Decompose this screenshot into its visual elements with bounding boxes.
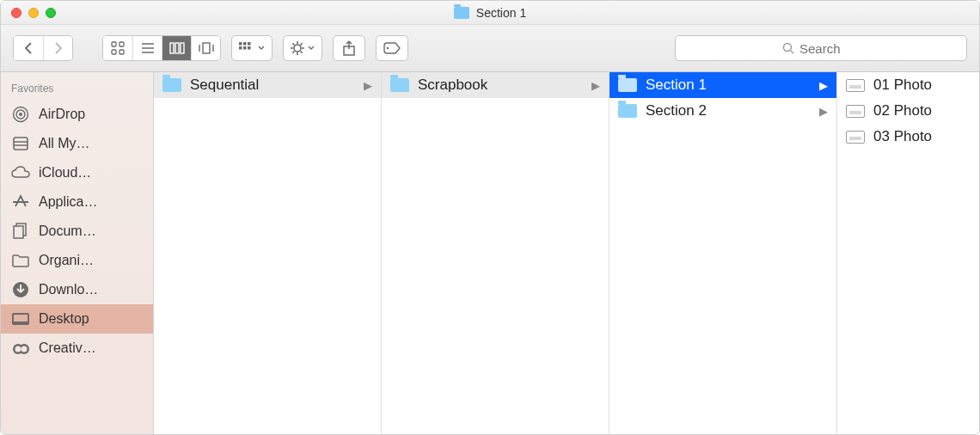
- sidebar-item-label: All My…: [39, 136, 90, 151]
- chevron-right-icon: ▶: [591, 79, 600, 92]
- search-icon: [782, 42, 794, 54]
- close-window-button[interactable]: [11, 8, 21, 18]
- share-button[interactable]: [333, 35, 365, 61]
- list-item[interactable]: 03 Photo: [837, 124, 979, 150]
- gear-icon: [291, 41, 304, 55]
- forward-button[interactable]: [43, 36, 72, 60]
- sidebar-item-creative-cloud[interactable]: Creativ…: [1, 334, 153, 363]
- svg-rect-14: [243, 42, 247, 46]
- window-controls: [11, 8, 56, 18]
- svg-rect-1: [119, 42, 124, 46]
- sidebar-section-header: Favorites: [1, 79, 153, 100]
- minimize-window-button[interactable]: [28, 8, 39, 18]
- column-2: Scrapbook ▶: [382, 72, 609, 434]
- column-view-button[interactable]: [162, 36, 191, 60]
- search-field[interactable]: [675, 35, 967, 61]
- column-1: Sequential ▶: [154, 72, 382, 434]
- item-label: Sequential: [190, 77, 259, 94]
- svg-line-25: [301, 52, 303, 53]
- action-button[interactable]: [283, 35, 322, 61]
- list-item[interactable]: Section 2 ▶: [609, 98, 836, 124]
- svg-rect-8: [175, 43, 179, 53]
- svg-rect-43: [14, 315, 28, 322]
- nav-buttons: [13, 35, 73, 61]
- chevron-down-icon: [258, 46, 265, 51]
- svg-rect-3: [119, 50, 124, 54]
- cloud-icon: [11, 163, 30, 182]
- sidebar-item-label: Applica…: [39, 194, 97, 210]
- tag-icon: [383, 42, 401, 54]
- svg-rect-40: [14, 226, 23, 238]
- sidebar-item-applications[interactable]: Applica…: [1, 187, 153, 217]
- creative-cloud-icon: [11, 339, 30, 358]
- tags-button[interactable]: [376, 35, 408, 61]
- window-title: Section 1: [454, 6, 526, 20]
- svg-line-27: [301, 43, 303, 45]
- list-item[interactable]: Scrapbook ▶: [382, 72, 609, 98]
- sidebar-item-label: Creativ…: [39, 340, 96, 356]
- svg-point-30: [784, 44, 792, 52]
- svg-rect-35: [14, 138, 28, 150]
- zoom-window-button[interactable]: [46, 8, 56, 18]
- documents-icon: [11, 222, 30, 241]
- sidebar-item-downloads[interactable]: Downlo…: [1, 275, 153, 304]
- item-label: 03 Photo: [873, 128, 932, 145]
- svg-point-46: [15, 346, 21, 352]
- image-file-icon: [846, 105, 865, 118]
- downloads-icon: [11, 280, 30, 299]
- list-item[interactable]: 02 Photo: [837, 98, 979, 124]
- sidebar-item-desktop[interactable]: Desktop: [1, 304, 153, 334]
- sidebar-item-label: Docum…: [39, 224, 96, 239]
- desktop-icon: [11, 309, 30, 328]
- applications-icon: [11, 193, 30, 211]
- titlebar: Section 1: [1, 1, 979, 25]
- svg-rect-0: [112, 42, 116, 46]
- svg-rect-7: [170, 43, 174, 53]
- chevron-right-icon: ▶: [819, 79, 828, 92]
- svg-rect-2: [112, 50, 116, 54]
- sidebar-item-label: Desktop: [39, 311, 89, 327]
- list-item[interactable]: Sequential ▶: [154, 72, 381, 98]
- svg-rect-17: [243, 46, 247, 50]
- gallery-view-button[interactable]: [191, 36, 220, 60]
- column-browser: Sequential ▶ Scrapbook ▶ Section 1 ▶: [154, 72, 979, 434]
- view-mode-buttons: [102, 35, 221, 61]
- svg-rect-18: [248, 46, 251, 50]
- list-item[interactable]: Section 1 ▶: [609, 72, 836, 98]
- sidebar-item-label: iCloud…: [39, 165, 91, 181]
- sidebar: Favorites AirDrop All My… iCloud… Applic…: [1, 72, 154, 434]
- airdrop-icon: [11, 105, 30, 124]
- list-view-button[interactable]: [132, 36, 162, 60]
- chevron-down-icon: [308, 46, 315, 51]
- column-4: 01 Photo 02 Photo 03 Photo: [837, 72, 979, 434]
- sidebar-item-organized[interactable]: Organi…: [1, 246, 153, 275]
- sidebar-item-label: Downlo…: [39, 282, 98, 297]
- icon-view-button[interactable]: [103, 36, 132, 60]
- list-item[interactable]: 01 Photo: [837, 72, 979, 98]
- item-label: 02 Photo: [873, 102, 932, 119]
- svg-point-32: [19, 113, 22, 116]
- arrange-button[interactable]: [231, 35, 273, 61]
- files-icon: [11, 134, 30, 153]
- chevron-right-icon: ▶: [819, 105, 828, 118]
- svg-line-26: [292, 52, 294, 53]
- sidebar-item-all-my-files[interactable]: All My…: [1, 129, 153, 158]
- item-label: Section 2: [646, 102, 707, 119]
- sidebar-item-documents[interactable]: Docum…: [1, 217, 153, 246]
- sidebar-item-icloud[interactable]: iCloud…: [1, 158, 153, 187]
- folder-icon: [162, 78, 181, 92]
- svg-point-47: [21, 346, 28, 352]
- svg-rect-10: [203, 43, 210, 53]
- item-label: 01 Photo: [873, 77, 932, 94]
- share-icon: [343, 40, 355, 56]
- window-body: Favorites AirDrop All My… iCloud… Applic…: [1, 72, 979, 434]
- svg-rect-15: [248, 42, 251, 46]
- svg-rect-13: [239, 42, 242, 46]
- image-file-icon: [846, 79, 865, 92]
- finder-window: Section 1: [0, 0, 980, 435]
- folder-icon: [454, 7, 469, 19]
- search-input[interactable]: [799, 41, 860, 56]
- folder-icon: [618, 104, 637, 118]
- back-button[interactable]: [14, 36, 43, 60]
- sidebar-item-airdrop[interactable]: AirDrop: [1, 100, 153, 129]
